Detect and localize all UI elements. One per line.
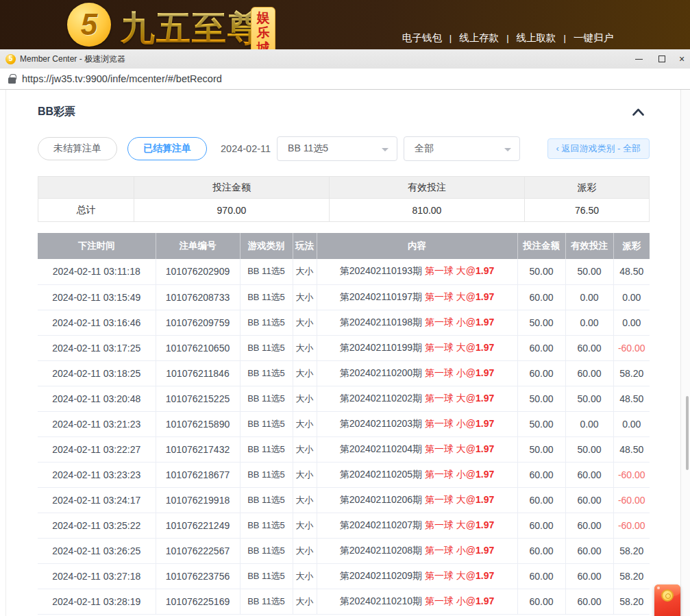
nav-link-withdraw[interactable]: 线上取款 [517, 32, 556, 45]
cell-game-category: BB 11选5 [240, 513, 293, 538]
cell-content: 第202402110205期 第一球 小@1.97 [317, 462, 517, 487]
cell-bet-time: 2024-02-11 03:21:23 [38, 411, 156, 436]
brand-logo-icon: 5 [67, 3, 111, 47]
cell-content: 第202402110198期 第一球 小@1.97 [317, 310, 517, 335]
bet-record-row: 2024-02-11 03:15:49 101076208733 BB 11选5… [38, 284, 650, 310]
cell-payout: -60.00 [613, 487, 650, 513]
cell-bet-amount: 50.00 [517, 436, 565, 462]
nav-link-one-key[interactable]: 一键归户 [574, 32, 613, 45]
cell-order-no: 101076223756 [156, 563, 240, 589]
summary-header-valid-bet: 有效投注 [330, 177, 525, 199]
banner-nav: 电子钱包 | 线上存款 | 线上取款 | 一键归户 [402, 32, 613, 45]
minimize-button[interactable] [627, 49, 650, 69]
cell-bet-time: 2024-02-11 03:22:27 [38, 436, 156, 462]
bet-record-row: 2024-02-11 03:11:18 101076202909 BB 11选5… [38, 259, 650, 284]
cell-content: 第202402110193期 第一球 大@1.97 [317, 259, 517, 284]
col-header-content: 内容 [317, 233, 517, 259]
cell-payout: -60.00 [613, 462, 650, 487]
summary-header-payout: 派彩 [525, 177, 650, 199]
tab-settled-bets[interactable]: 已结算注单 [127, 137, 207, 160]
content-selection: 第一球 大@ [425, 342, 476, 353]
content-odds: 1.97 [476, 317, 494, 328]
back-to-game-category-button[interactable]: ‹ 返回游戏类别 - 全部 [547, 138, 650, 159]
cell-order-no: 101076209759 [156, 310, 240, 335]
summary-header-bet-amount: 投注金额 [134, 177, 330, 199]
badge-char: 城 [257, 40, 270, 49]
summary-header-empty [38, 177, 134, 199]
summary-total-valid-bet: 810.00 [330, 199, 525, 222]
maximize-button[interactable] [650, 49, 674, 69]
cell-content: 第202402110207期 第一球 大@1.97 [317, 513, 517, 538]
cell-bet-time: 2024-02-11 03:23:23 [38, 462, 156, 487]
cell-valid-bet: 60.00 [565, 589, 613, 614]
content-period: 第202402110199期 [340, 342, 422, 353]
summary-total-bet-amount: 970.00 [134, 199, 330, 222]
filter-bar: 未结算注单 已结算注单 2024-02-11 BB 11选5 全部 ‹ 返回游戏… [38, 136, 650, 161]
nav-link-ewallet[interactable]: 电子钱包 [402, 32, 442, 45]
cell-bet-time: 2024-02-11 03:16:46 [38, 310, 156, 335]
cell-bet-amount: 60.00 [517, 487, 565, 513]
content-selection: 第一球 小@ [425, 545, 476, 556]
cell-bet-amount: 60.00 [517, 284, 565, 310]
cell-content: 第202402110200期 第一球 小@1.97 [317, 360, 517, 386]
collapse-panel-button[interactable] [632, 108, 644, 116]
cell-bet-amount: 50.00 [517, 310, 565, 335]
col-header-play-type: 玩法 [293, 233, 317, 259]
nav-link-deposit[interactable]: 线上存款 [459, 32, 499, 45]
content-edge-line [5, 90, 6, 616]
nav-separator: | [564, 33, 566, 43]
bet-record-row: 2024-02-11 03:26:25 101076222567 BB 11选5… [38, 538, 650, 563]
cell-bet-amount: 60.00 [517, 462, 565, 487]
content-period: 第202402110202期 [340, 393, 422, 404]
cell-valid-bet: 0.00 [565, 411, 613, 436]
cell-play-type: 大小 [293, 386, 317, 411]
content-odds: 1.97 [476, 494, 494, 505]
address-bar[interactable]: https://jw35.tv:9900/infe/mcenter/#/betR… [0, 69, 690, 90]
cell-content: 第202402110199期 第一球 大@1.97 [317, 335, 517, 360]
cell-bet-time: 2024-02-11 03:24:17 [38, 487, 156, 513]
game-select[interactable]: BB 11选5 [277, 136, 397, 161]
cell-valid-bet: 60.00 [565, 538, 613, 563]
vertical-scrollbar[interactable] [680, 90, 690, 616]
col-header-game-category: 游戏类别 [240, 233, 293, 259]
cell-valid-bet: 60.00 [565, 513, 613, 538]
brand-banner: 5 九五至尊 娱 乐 城 电子钱包 | 线上存款 | 线上取款 | 一键归户 [0, 0, 690, 49]
bet-record-row: 2024-02-11 03:17:25 101076210650 BB 11选5… [38, 335, 650, 360]
cell-valid-bet: 50.00 [565, 386, 613, 411]
cell-payout: 48.50 [613, 386, 650, 411]
content-period: 第202402110198期 [340, 317, 422, 328]
cell-game-category: BB 11选5 [240, 436, 293, 462]
cell-game-category: BB 11选5 [240, 411, 293, 436]
cell-payout: 0.00 [613, 284, 650, 310]
content-odds: 1.97 [476, 342, 494, 353]
summary-table: 投注金额 有效投注 派彩 总计 970.00 810.00 76.50 [38, 176, 650, 222]
cell-play-type: 大小 [293, 335, 317, 360]
sparkle-icon [657, 587, 660, 589]
cell-payout: 58.20 [613, 538, 650, 563]
cell-bet-time: 2024-02-11 03:27:18 [38, 563, 156, 589]
cell-bet-time: 2024-02-11 03:11:18 [38, 259, 156, 284]
cell-order-no: 101076210650 [156, 335, 240, 360]
cell-order-no: 101076218677 [156, 462, 240, 487]
date-picker[interactable]: 2024-02-11 [221, 143, 271, 154]
cell-play-type: 大小 [293, 360, 317, 386]
red-envelope-button[interactable] [654, 584, 680, 616]
content-period: 第202402110206期 [340, 494, 422, 505]
cell-payout: 0.00 [613, 310, 650, 335]
bet-record-row: 2024-02-11 03:20:48 101076215225 BB 11选5… [38, 386, 650, 411]
tab-unsettled-bets[interactable]: 未结算注单 [38, 137, 117, 160]
cell-play-type: 大小 [293, 513, 317, 538]
playtype-select[interactable]: 全部 [404, 136, 520, 161]
cell-game-category: BB 11选5 [240, 310, 293, 335]
cell-valid-bet: 60.00 [565, 462, 613, 487]
content-odds: 1.97 [476, 367, 494, 378]
content-period: 第202402110207期 [340, 519, 422, 530]
cell-game-category: BB 11选5 [240, 360, 293, 386]
cell-play-type: 大小 [293, 589, 317, 614]
badge-char: 乐 [257, 25, 270, 40]
url-text[interactable]: https://jw35.tv:9900/infe/mcenter/#/betR… [22, 73, 222, 84]
scrollbar-thumb[interactable] [686, 396, 689, 470]
bet-table-body: 2024-02-11 03:11:18 101076202909 BB 11选5… [38, 259, 650, 614]
close-button[interactable]: × [674, 49, 690, 69]
cell-game-category: BB 11选5 [240, 259, 293, 284]
